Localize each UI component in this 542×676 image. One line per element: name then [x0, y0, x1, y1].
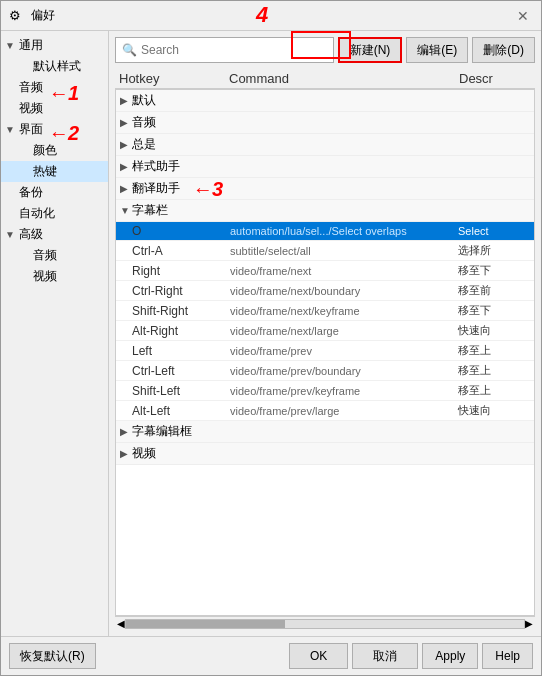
delete-button[interactable]: 删除(D)	[472, 37, 535, 63]
table-row[interactable]: Alt-Right video/frame/next/large 快速向	[116, 321, 534, 341]
sidebar-item-default-style[interactable]: 默认样式	[1, 56, 108, 77]
app-icon: ⚙	[9, 8, 25, 24]
group-label: 默认	[132, 92, 156, 109]
sidebar-item-video2[interactable]: 视频	[1, 266, 108, 287]
restore-defaults-button[interactable]: 恢复默认(R)	[9, 643, 96, 669]
search-icon: 🔍	[122, 43, 137, 57]
cell-description: 选择所	[454, 242, 534, 259]
table-row[interactable]: Shift-Left video/frame/prev/keyframe 移至上	[116, 381, 534, 401]
sidebar-label: 默认样式	[33, 58, 81, 75]
group-subtitle-edit[interactable]: ▶ 字幕编辑框	[116, 421, 534, 443]
help-button[interactable]: Help	[482, 643, 533, 669]
horizontal-scrollbar[interactable]: ◀ ▶	[115, 616, 535, 630]
sidebar-item-audio1[interactable]: 音频	[1, 77, 108, 98]
sidebar-item-color[interactable]: 颜色	[1, 140, 108, 161]
sidebar-label: 音频	[33, 247, 57, 264]
search-box: 🔍	[115, 37, 334, 63]
sidebar-item-advanced[interactable]: ▼ 高级	[1, 224, 108, 245]
table-row[interactable]: O automation/lua/sel.../Select overlaps …	[116, 222, 534, 241]
cell-command: video/frame/next/large	[226, 324, 454, 338]
sidebar-item-audio2[interactable]: 音频	[1, 245, 108, 266]
table-row[interactable]: Ctrl-Right video/frame/next/boundary 移至前	[116, 281, 534, 301]
scroll-left-arrow[interactable]: ◀	[117, 618, 125, 629]
bottom-right-buttons: OK 取消 Apply Help	[289, 643, 533, 669]
edit-button[interactable]: 编辑(E)	[406, 37, 468, 63]
sidebar-item-automation[interactable]: 自动化	[1, 203, 108, 224]
cell-description: 移至下	[454, 262, 534, 279]
cell-command: video/frame/prev	[226, 344, 454, 358]
cell-hotkey: Ctrl-Left	[116, 363, 226, 379]
group-style-helper[interactable]: ▶ 样式助手	[116, 156, 534, 178]
table-row[interactable]: Ctrl-A subtitle/select/all 选择所	[116, 241, 534, 261]
col-header-command: Command	[225, 71, 455, 86]
search-input[interactable]	[141, 43, 327, 57]
cell-hotkey: Ctrl-Right	[116, 283, 226, 299]
group-default[interactable]: ▶ 默认	[116, 90, 534, 112]
new-button[interactable]: 新建(N)	[338, 37, 403, 63]
table-header: Hotkey Command Descr	[115, 69, 535, 89]
group-arrow: ▶	[120, 117, 132, 128]
sidebar-label: 视频	[33, 268, 57, 285]
cell-hotkey: Ctrl-A	[116, 243, 226, 259]
cancel-button[interactable]: 取消	[352, 643, 418, 669]
cell-description: 移至上	[454, 382, 534, 399]
group-label: 翻译助手	[132, 180, 180, 197]
sidebar-label: 备份	[19, 184, 43, 201]
group-arrow: ▶	[120, 139, 132, 150]
group-arrow: ▶	[120, 183, 132, 194]
sidebar-label: 通用	[19, 37, 43, 54]
cell-hotkey: Left	[116, 343, 226, 359]
group-audio[interactable]: ▶ 音频	[116, 112, 534, 134]
scroll-track[interactable]	[125, 619, 525, 629]
cell-description: Select	[454, 224, 534, 238]
table-row[interactable]: Ctrl-Left video/frame/prev/boundary 移至上	[116, 361, 534, 381]
sidebar-label: 自动化	[19, 205, 55, 222]
group-video[interactable]: ▶ 视频	[116, 443, 534, 465]
table-row[interactable]: Shift-Right video/frame/next/keyframe 移至…	[116, 301, 534, 321]
cell-description: 移至下	[454, 302, 534, 319]
group-label: 样式助手	[132, 158, 180, 175]
close-button[interactable]: ✕	[513, 6, 533, 26]
expand-arrow: ▼	[5, 229, 15, 240]
cell-description: 快速向	[454, 322, 534, 339]
cell-hotkey: Alt-Right	[116, 323, 226, 339]
group-arrow: ▶	[120, 448, 132, 459]
apply-button[interactable]: Apply	[422, 643, 478, 669]
group-label: 音频	[132, 114, 156, 131]
cell-command: video/frame/prev/boundary	[226, 364, 454, 378]
group-label: 字幕栏	[132, 202, 168, 219]
group-arrow: ▶	[120, 161, 132, 172]
group-always[interactable]: ▶ 总是	[116, 134, 534, 156]
toolbar: 🔍 新建(N) 编辑(E) 删除(D)	[115, 37, 535, 63]
cell-hotkey: Shift-Left	[116, 383, 226, 399]
cell-command: video/frame/next	[226, 264, 454, 278]
expand-arrow: ▼	[5, 40, 15, 51]
sidebar-item-general[interactable]: ▼ 通用	[1, 35, 108, 56]
sidebar-label: 界面	[19, 121, 43, 138]
ok-button[interactable]: OK	[289, 643, 348, 669]
group-arrow: ▶	[120, 95, 132, 106]
title-bar: ⚙ 偏好 ✕	[1, 1, 541, 31]
cell-hotkey: O	[116, 223, 226, 239]
group-translation-helper[interactable]: ▶ 翻译助手	[116, 178, 534, 200]
bottom-bar: 恢复默认(R) OK 取消 Apply Help	[1, 636, 541, 675]
sidebar-item-backup[interactable]: 备份	[1, 182, 108, 203]
sidebar-item-video1[interactable]: 视频	[1, 98, 108, 119]
table-row[interactable]: Left video/frame/prev 移至上	[116, 341, 534, 361]
group-arrow: ▼	[120, 205, 132, 216]
cell-description: 移至前	[454, 282, 534, 299]
scroll-thumb[interactable]	[126, 620, 285, 628]
sidebar-item-hotkey[interactable]: 热键	[1, 161, 108, 182]
table-row[interactable]: Right video/frame/next 移至下	[116, 261, 534, 281]
col-header-hotkey: Hotkey	[115, 71, 225, 86]
cell-command: video/frame/prev/large	[226, 404, 454, 418]
group-label: 视频	[132, 445, 156, 462]
cell-command: video/frame/next/boundary	[226, 284, 454, 298]
sidebar-label: 高级	[19, 226, 43, 243]
table-row[interactable]: Alt-Left video/frame/prev/large 快速向	[116, 401, 534, 421]
table-body: ▶ 默认 ▶ 音频 ▶ 总是 ▶	[115, 89, 535, 616]
sidebar-item-interface[interactable]: ▼ 界面	[1, 119, 108, 140]
group-subtitle-bar[interactable]: ▼ 字幕栏	[116, 200, 534, 222]
group-label: 字幕编辑框	[132, 423, 192, 440]
scroll-right-arrow[interactable]: ▶	[525, 618, 533, 629]
